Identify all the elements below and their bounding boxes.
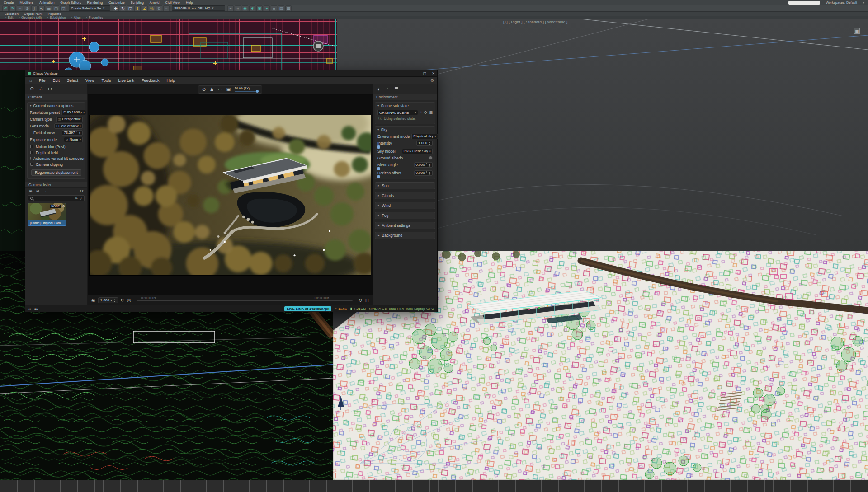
camera-card-home-original[interactable]: NONE ⚙ [Home] Original Cam [28, 203, 66, 226]
rect-selection-icon[interactable]: ▢ [53, 5, 59, 11]
menu-graph-editors[interactable]: Graph Editors [60, 0, 81, 5]
intensity-spinner[interactable]: 1.000 ▲▼ [416, 141, 433, 146]
sky-model-dropdown[interactable]: PRG Clear Sky ▾ [402, 149, 433, 154]
vantage-menu-select[interactable]: Select [63, 78, 82, 83]
regenerate-displacement-button[interactable]: Regenerate displacement [31, 169, 81, 176]
menu-customize[interactable]: Customize [108, 0, 124, 5]
refresh-state-icon[interactable]: ⟳ [424, 110, 428, 115]
layers-icon[interactable]: ≣ [394, 86, 398, 92]
named-selection-set-dropdown[interactable]: Create Selection Se▾ [69, 5, 110, 11]
timeline-trackbar[interactable] [0, 480, 868, 492]
exposure-settings-icon[interactable]: ◔ [386, 86, 389, 92]
snap-toggle-icon[interactable]: 3 [134, 5, 141, 11]
timeline-slider[interactable] [137, 300, 353, 301]
camera-icon[interactable]: ⊙ [30, 86, 34, 92]
redo-icon[interactable]: ↷ [9, 5, 16, 11]
window-crossing-icon[interactable]: ◱ [60, 5, 66, 11]
home-icon[interactable]: ⌂ [28, 306, 31, 311]
section-wind[interactable]: ▸ Wind [375, 202, 435, 209]
maximize-button[interactable]: ▢ [423, 71, 427, 75]
preset-dropdown[interactable]: SP109Edit_no_DPI_HQ▾ [172, 5, 225, 11]
add-camera-icon[interactable]: ⊕ [29, 189, 33, 193]
ribbon-toggle-icon[interactable]: ▦ [285, 5, 292, 11]
angle-snap-icon[interactable]: ∠ [142, 5, 148, 11]
section-ambient-settings[interactable]: ▸ Ambient settings [375, 222, 435, 229]
select-object-icon[interactable]: ↖ [38, 5, 45, 11]
depth-of-field-checkbox[interactable]: Depth of field [30, 150, 82, 155]
camera-type-dropdown[interactable]: ◫ Perspective [56, 117, 83, 122]
vantage-menu-tools[interactable]: Tools [98, 78, 114, 83]
motion-blur-checkbox[interactable]: Motion blur (Post) [30, 144, 82, 150]
scene-substate-dropdown[interactable]: ORIGINAL SCENE ▾ [377, 110, 418, 115]
filter-icon[interactable]: ▽ [80, 196, 82, 200]
refresh-list-icon[interactable]: ⟳ [80, 189, 84, 193]
remove-camera-icon[interactable]: ⊖ [36, 189, 40, 193]
camera-card-settings-icon[interactable]: ⚙ [62, 205, 65, 208]
section-background[interactable]: ▸ Background [375, 232, 435, 239]
menu-animation[interactable]: Animation [39, 0, 54, 5]
layer-explorer-icon[interactable]: ▤ [278, 5, 284, 11]
display-mode-icon[interactable]: ▭ [218, 87, 222, 92]
vantage-menu-view[interactable]: View [82, 78, 98, 83]
quality-mode-icon[interactable]: ▣ [226, 87, 231, 92]
spinner-arrows-icon[interactable]: ▲▼ [429, 171, 431, 175]
menu-help[interactable]: Help [186, 0, 193, 5]
record-camera-icon[interactable]: ◉ [91, 298, 95, 303]
arrow-right-icon[interactable]: › [80, 124, 81, 127]
playback-speed-spinner[interactable]: 1.000 x ▲▼ [98, 297, 118, 303]
minimize-button[interactable]: – [415, 71, 417, 75]
vantage-menu-feedback[interactable]: Feedback [138, 78, 163, 83]
menu-create[interactable]: Create [4, 0, 14, 5]
viewport-label[interactable]: [+] [ Right ] [ Standard ] [ Wireframe ] [503, 20, 568, 24]
settings-icon[interactable]: ⚙ [430, 78, 435, 83]
vantage-menu-edit[interactable]: Edit [49, 78, 64, 83]
vantage-menu-file[interactable]: File [35, 78, 49, 83]
section-clouds[interactable]: ▸ Clouds [375, 192, 435, 199]
spinner-arrows-icon[interactable]: ▲▼ [79, 131, 81, 135]
vantage-menu-help[interactable]: Help [163, 78, 179, 83]
render-production-icon[interactable]: ● [264, 5, 270, 11]
reset-view-icon[interactable]: ⟲ [358, 298, 362, 303]
link-icon[interactable]: ∞ [17, 5, 23, 11]
ribbon-edit[interactable]: Edit [8, 16, 13, 19]
percent-snap-icon[interactable]: % [149, 5, 155, 11]
ribbon-align[interactable]: Align [74, 16, 81, 19]
ribbon-geometry-all[interactable]: Geometry (All) [21, 16, 42, 19]
resolution-preset-dropdown[interactable]: FHD 1080p ▾ [61, 110, 86, 115]
menu-modifiers[interactable]: Modifiers [20, 0, 33, 5]
arrow-left-icon[interactable]: ‹ [56, 124, 57, 127]
environment-mode-dropdown[interactable]: Physical sky ▾ [411, 134, 438, 139]
isolate-icon[interactable]: ◈ [271, 5, 277, 11]
select-move-icon[interactable]: ✚ [113, 5, 119, 11]
scene-substate-header[interactable]: ▾ Scene sub-state [375, 103, 435, 109]
sky-header[interactable]: ▾ Sky [375, 127, 435, 133]
schematic-view-icon[interactable]: ⌗ [235, 5, 241, 11]
viewcube-icon[interactable]: ▦ [854, 28, 860, 34]
camera-clipping-checkbox[interactable]: Camera clipping [30, 161, 82, 167]
align-icon[interactable]: ≡ [163, 5, 170, 11]
undo-icon[interactable]: ↶ [2, 5, 9, 11]
select-rotate-icon[interactable]: ↻ [120, 5, 126, 11]
exposure-mode-dropdown[interactable]: ⊘ None ▾ [64, 137, 83, 142]
bind-spacewarp-icon[interactable]: ʃ [31, 5, 38, 11]
select-by-name-icon[interactable]: ☰ [46, 5, 52, 11]
select-scale-icon[interactable]: ◲ [127, 5, 133, 11]
play-button[interactable]: ◎ [127, 298, 131, 303]
field-of-view-spinner[interactable]: 73.397 ° ▲▼ [62, 130, 83, 136]
vertical-tilt-checkbox[interactable]: Automatic vertical tilt correction [30, 155, 82, 161]
ground-albedo-swatch[interactable] [429, 156, 433, 160]
environment-icon[interactable]: ◐ [377, 86, 381, 92]
render-view[interactable] [88, 95, 373, 295]
current-camera-options-header[interactable]: ▾ Current camera options [28, 103, 85, 109]
rendered-frame-icon[interactable]: ▣ [256, 5, 263, 11]
menu-civil-view[interactable]: Civil View [165, 0, 180, 5]
walk-mode-icon[interactable]: ♟ [210, 87, 214, 92]
vantage-menu-live-link[interactable]: Live Link [114, 78, 138, 83]
section-fog[interactable]: ▸ Fog [375, 212, 435, 219]
menu-rendering[interactable]: Rendering [87, 0, 103, 5]
curve-editor-icon[interactable]: ~ [227, 5, 234, 11]
ribbon-properties[interactable]: Properties [89, 16, 103, 19]
dlaa-slider[interactable] [235, 91, 258, 92]
blend-angle-spinner[interactable]: 0.000 ° ▲▼ [414, 162, 433, 168]
goto-camera-icon[interactable]: → [43, 189, 47, 193]
